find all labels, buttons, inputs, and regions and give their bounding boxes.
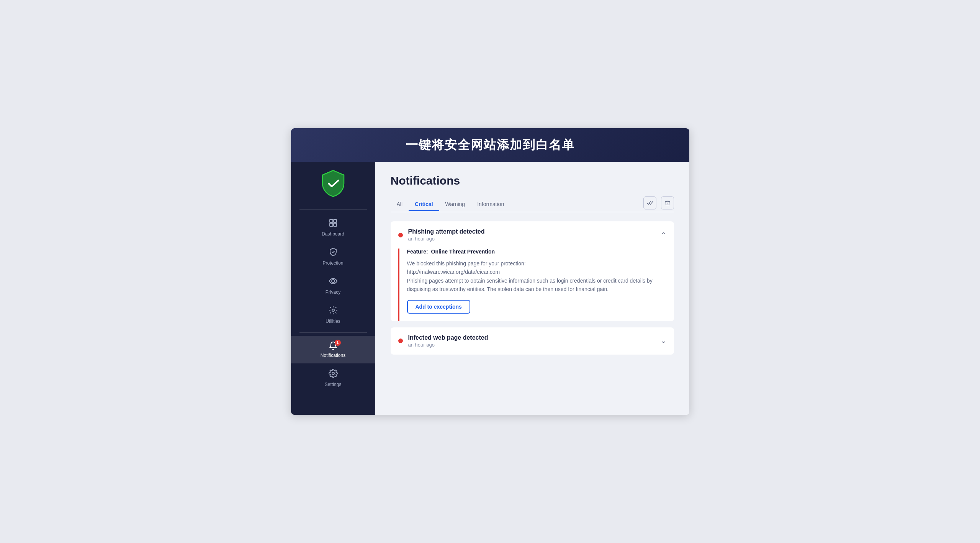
tab-information[interactable]: Information <box>471 198 510 211</box>
delete-all-button[interactable] <box>661 196 674 209</box>
privacy-icon <box>329 276 338 287</box>
sidebar-label-protection: Protection <box>322 260 343 266</box>
notification-feature-phishing: Feature: Online Threat Prevention <box>407 249 666 255</box>
svg-point-5 <box>332 309 334 311</box>
top-banner: 一键将安全网站添加到白名单 <box>291 128 689 162</box>
notification-item-phishing: Phishing attempt detected an hour ago ⌃ … <box>391 221 674 321</box>
mark-all-read-button[interactable] <box>643 196 656 209</box>
notification-body-phishing: We blocked this phishing page for your p… <box>407 259 666 294</box>
utilities-icon <box>329 306 338 316</box>
notifications-icon-wrap: 1 <box>329 341 338 350</box>
shield-logo-icon <box>321 170 345 197</box>
sidebar-item-settings[interactable]: Settings <box>291 363 375 393</box>
feature-label: Feature: <box>407 249 428 255</box>
chevron-down-icon: ⌄ <box>661 337 666 345</box>
notification-title-phishing: Phishing attempt detected <box>408 228 661 235</box>
dashboard-icon <box>329 218 338 229</box>
svg-rect-1 <box>334 219 337 222</box>
add-exceptions-button[interactable]: Add to exceptions <box>407 300 470 314</box>
notification-dot-phishing <box>398 233 403 237</box>
main-layout: Dashboard Protection <box>291 162 689 415</box>
notification-title-wrap-phishing: Phishing attempt detected an hour ago <box>408 228 661 242</box>
sidebar-item-utilities[interactable]: Utilities <box>291 300 375 329</box>
sidebar-label-notifications: Notifications <box>321 353 345 358</box>
protection-icon <box>329 247 338 258</box>
body-url: http://malware.wicar.org/data/eicar.com <box>407 269 500 275</box>
sidebar-label-settings: Settings <box>325 382 341 387</box>
tabs-row: All Critical Warning Information <box>391 196 674 212</box>
notifications-list: Phishing attempt detected an hour ago ⌃ … <box>391 221 674 361</box>
chevron-up-icon: ⌃ <box>661 231 666 239</box>
sidebar-item-dashboard[interactable]: Dashboard <box>291 213 375 242</box>
sidebar-label-dashboard: Dashboard <box>322 231 344 237</box>
content-area: Notifications All Critical Warning Infor… <box>375 162 689 415</box>
notification-title-wrap-infected: Infected web page detected an hour ago <box>408 334 661 348</box>
body-line2: Phishing pages attempt to obtain sensiti… <box>407 278 653 292</box>
notification-dot-infected <box>398 339 403 343</box>
sidebar-label-privacy: Privacy <box>326 289 340 295</box>
body-line1: We blocked this phishing page for your p… <box>407 260 526 267</box>
sidebar-item-privacy[interactable]: Privacy <box>291 271 375 300</box>
notification-expanded-phishing: Feature: Online Threat Prevention We blo… <box>398 249 674 321</box>
tab-actions <box>643 196 674 212</box>
app-container: 一键将安全网站添加到白名单 <box>291 128 689 415</box>
trash-icon <box>664 200 671 206</box>
feature-value: Online Threat Prevention <box>431 249 495 255</box>
notification-time-phishing: an hour ago <box>408 236 661 242</box>
svg-rect-0 <box>330 219 333 222</box>
sidebar-divider-2 <box>299 332 367 333</box>
banner-text: 一键将安全网站添加到白名单 <box>406 138 575 152</box>
notification-header-phishing[interactable]: Phishing attempt detected an hour ago ⌃ <box>391 221 674 249</box>
notification-badge: 1 <box>335 340 341 346</box>
tab-critical[interactable]: Critical <box>409 198 439 211</box>
notification-time-infected: an hour ago <box>408 342 661 348</box>
double-check-icon <box>646 200 653 206</box>
sidebar-divider <box>299 209 367 210</box>
sidebar-label-utilities: Utilities <box>326 319 340 324</box>
sidebar-item-protection[interactable]: Protection <box>291 242 375 271</box>
notification-title-infected: Infected web page detected <box>408 334 661 341</box>
sidebar: Dashboard Protection <box>291 162 375 415</box>
page-title: Notifications <box>391 174 674 187</box>
tab-all[interactable]: All <box>391 198 409 211</box>
svg-rect-2 <box>330 223 333 226</box>
notification-header-infected[interactable]: Infected web page detected an hour ago ⌄ <box>391 327 674 355</box>
logo-area <box>321 170 345 197</box>
svg-point-4 <box>332 280 335 283</box>
svg-rect-3 <box>334 223 337 226</box>
notification-item-infected: Infected web page detected an hour ago ⌄ <box>391 327 674 355</box>
sidebar-item-notifications[interactable]: 1 Notifications <box>291 336 375 363</box>
tab-warning[interactable]: Warning <box>439 198 471 211</box>
svg-point-6 <box>332 372 334 375</box>
settings-icon <box>329 369 338 379</box>
